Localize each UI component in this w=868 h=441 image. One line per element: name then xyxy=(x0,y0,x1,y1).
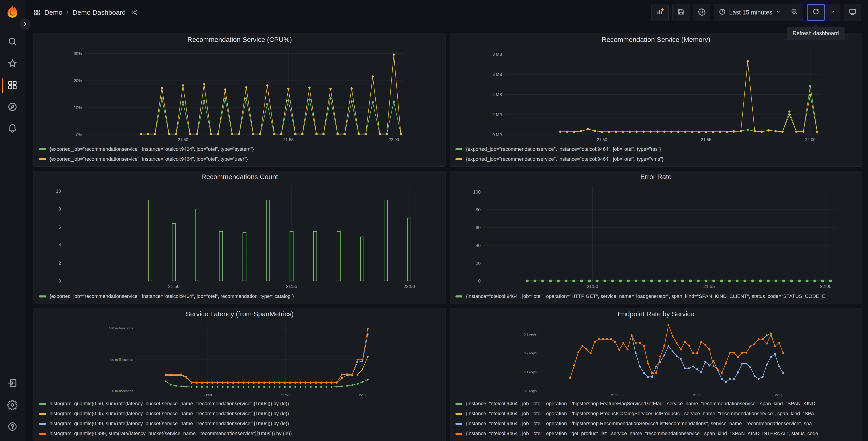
svg-text:80: 80 xyxy=(476,207,480,212)
series-label: {exported_job="recommendationservice", i… xyxy=(466,146,661,152)
legend-item[interactable]: {exported_job="recommendationservice", i… xyxy=(39,291,440,301)
svg-text:20%: 20% xyxy=(74,78,82,83)
dashboard-settings-button[interactable] xyxy=(693,4,710,21)
breadcrumb-page-title: Demo Dashboard xyxy=(72,9,126,16)
settings-gear-icon xyxy=(7,400,18,411)
svg-text:21:55: 21:55 xyxy=(704,284,715,289)
svg-text:21:55: 21:55 xyxy=(283,137,294,142)
add-panel-button[interactable] xyxy=(651,4,669,21)
refresh-icon xyxy=(812,8,820,17)
series-label: {exported_job="recommendationservice", i… xyxy=(50,293,294,299)
breadcrumb-section[interactable]: Demo xyxy=(44,9,62,16)
series-color-swatch xyxy=(456,423,462,425)
svg-text:10: 10 xyxy=(56,188,61,194)
chart-canvas[interactable]: 0 milliseconds200 milliseconds400 millis… xyxy=(34,320,445,398)
svg-text:0 milliseconds: 0 milliseconds xyxy=(112,389,133,393)
breadcrumb: Demo / Demo Dashboard xyxy=(33,9,137,16)
sidebar-item-explore[interactable] xyxy=(0,96,25,118)
series-label: {instance="otelcol:9464", job="otel", op… xyxy=(466,411,814,416)
svg-text:6: 6 xyxy=(58,225,61,230)
legend-item[interactable]: {exported_job="recommendationservice", i… xyxy=(456,154,857,164)
grafana-logo[interactable] xyxy=(5,4,20,20)
sidebar-item-configuration[interactable] xyxy=(0,394,25,416)
chart-canvas[interactable]: 024681021:5021:5522:00 xyxy=(34,183,445,291)
chart-canvas[interactable]: 0%10%20%30%21:5021:5522:00 xyxy=(34,46,445,144)
legend: histogram_quantile(0.50, sum(rate(latenc… xyxy=(34,398,445,441)
sidebar-item-search[interactable] xyxy=(0,31,25,53)
legend-item[interactable]: {exported_job="recommendationservice", i… xyxy=(39,144,440,154)
series-label: {exported_job="recommendationservice", i… xyxy=(50,156,248,162)
svg-text:8: 8 xyxy=(58,206,61,211)
series-label: histogram_quantile(0.95, sum(rate(latenc… xyxy=(50,411,289,416)
panel-endpoint-rate: Endpoint Rate by Service 0.0 req/s0.1 re… xyxy=(450,308,862,441)
cycle-view-mode-button[interactable] xyxy=(844,4,861,21)
alerting-bell-icon xyxy=(7,123,18,135)
series-label: {exported_job="recommendationservice", i… xyxy=(466,156,663,162)
series-color-swatch xyxy=(39,403,46,405)
svg-text:0.0 req/s: 0.0 req/s xyxy=(524,389,537,393)
series-label: histogram_quantile(0.50, sum(rate(latenc… xyxy=(50,401,289,407)
series-color-swatch xyxy=(456,158,462,160)
search-icon xyxy=(7,36,18,48)
apps-grid-icon xyxy=(33,9,40,16)
svg-text:22:00: 22:00 xyxy=(805,137,815,142)
svg-text:21:50: 21:50 xyxy=(611,393,619,397)
svg-text:2 MB: 2 MB xyxy=(492,112,502,117)
sidebar-item-dashboards[interactable] xyxy=(0,75,25,96)
chart-canvas[interactable]: 0.0 req/s0.1 req/s0.2 req/s0.3 req/s21:5… xyxy=(450,320,862,398)
panel-recommendation-cpu: Recommendation Service (CPU%) 0%10%20%30… xyxy=(33,33,446,167)
legend-item[interactable]: {instance="otelcol:9464", job="otel", op… xyxy=(456,291,857,301)
legend-item[interactable]: {instance="otelcol:9464", job="otel", op… xyxy=(456,409,857,419)
sidebar xyxy=(0,0,25,441)
sidebar-item-sign-in[interactable] xyxy=(0,373,25,394)
refresh-interval-caret[interactable] xyxy=(825,4,840,21)
chart-canvas[interactable]: 0 MB2 MB4 MB6 MB8 MB21:5021:5522:00 xyxy=(450,46,862,144)
svg-text:21:50: 21:50 xyxy=(204,393,212,397)
panel-header[interactable]: Recommendation Service (CPU%) xyxy=(34,34,445,46)
dashboard-toolbar: Last 15 minutes xyxy=(651,4,861,21)
zoom-out-button[interactable] xyxy=(786,4,803,21)
legend-item[interactable]: {exported_job="recommendationservice", i… xyxy=(456,144,857,154)
svg-text:100: 100 xyxy=(473,189,481,195)
panel-title: Recommendation Service (Memory) xyxy=(602,36,710,43)
svg-text:0.2 req/s: 0.2 req/s xyxy=(524,351,537,355)
share-dashboard-icon[interactable] xyxy=(131,9,137,16)
svg-text:21:55: 21:55 xyxy=(286,284,297,289)
save-dashboard-button[interactable] xyxy=(672,4,689,21)
svg-text:21:50: 21:50 xyxy=(587,284,598,289)
time-range-picker[interactable]: Last 15 minutes xyxy=(714,4,786,21)
series-color-swatch xyxy=(456,403,462,405)
panel-header[interactable]: Recommendations Count xyxy=(34,171,445,183)
panel-header[interactable]: Service Latency (from SpanMetrics) xyxy=(34,308,445,320)
sidebar-item-help[interactable] xyxy=(0,416,25,438)
clock-icon xyxy=(719,8,726,17)
legend-item[interactable]: histogram_quantile(0.999, sum(rate(laten… xyxy=(39,429,440,439)
help-circle-icon xyxy=(7,421,18,433)
legend-item[interactable]: {instance="otelcol:9464", job="otel", op… xyxy=(456,419,857,429)
expand-sidebar-button[interactable] xyxy=(20,19,31,30)
svg-text:21:55: 21:55 xyxy=(701,137,711,142)
sidebar-item-starred[interactable] xyxy=(0,53,25,75)
legend-item[interactable]: histogram_quantile(0.95, sum(rate(latenc… xyxy=(39,409,440,419)
legend-item[interactable]: {instance="otelcol:9464", job="otel", op… xyxy=(456,429,857,439)
legend-item[interactable]: {exported_job="recommendationservice", i… xyxy=(39,154,440,164)
svg-text:22:00: 22:00 xyxy=(404,284,415,289)
svg-text:40: 40 xyxy=(476,243,480,248)
svg-text:21:50: 21:50 xyxy=(178,137,188,142)
svg-text:22:00: 22:00 xyxy=(359,393,367,397)
add-panel-icon xyxy=(656,8,664,17)
monitor-icon xyxy=(849,8,857,17)
series-color-swatch xyxy=(39,148,46,150)
panel-header[interactable]: Error Rate xyxy=(450,171,862,183)
legend-item[interactable]: histogram_quantile(0.99, sum(rate(latenc… xyxy=(39,419,440,429)
series-color-swatch xyxy=(456,148,462,150)
refresh-button[interactable] xyxy=(807,4,825,21)
legend-item[interactable]: histogram_quantile(0.50, sum(rate(latenc… xyxy=(39,399,440,409)
series-label: {instance="otelcol:9464", job="otel", op… xyxy=(466,401,818,407)
sidebar-item-alerting[interactable] xyxy=(0,118,25,140)
panel-header[interactable]: Endpoint Rate by Service xyxy=(450,308,862,320)
chart-canvas[interactable]: 02040608010021:5021:5522:00 xyxy=(450,183,862,291)
series-color-swatch xyxy=(456,295,462,297)
legend-item[interactable]: {instance="otelcol:9464", job="otel", op… xyxy=(456,399,857,409)
top-navigation-bar: Demo / Demo Dashboard xyxy=(25,0,868,25)
